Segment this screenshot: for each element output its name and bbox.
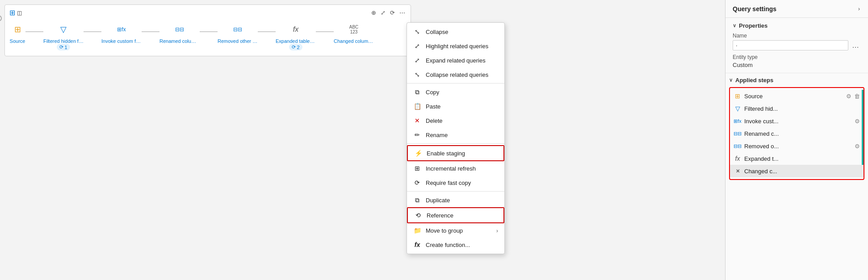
collapse-related-icon: ⤡ — [413, 71, 421, 79]
removed-gear-icon[interactable]: ⚙ — [855, 143, 860, 150]
applied-filtered-label: Filtered hid... — [744, 105, 860, 112]
reference-icon: ⟲ — [414, 211, 422, 219]
step-renamed-label: Renamed columns — [159, 38, 200, 44]
entity-type-label: Entity type — [733, 54, 861, 60]
menu-collapse-related[interactable]: ⤡ Collapse related queries — [407, 67, 504, 82]
fast-copy-label: Require fast copy — [426, 180, 471, 186]
applied-step-expanded[interactable]: fx Expanded t... — [730, 152, 864, 165]
separator-2 — [407, 143, 504, 144]
name-input[interactable] — [733, 40, 848, 50]
renamed-side-bar — [862, 127, 864, 140]
filtered-side-bar — [862, 102, 864, 115]
panel-header: Query settings › — [725, 0, 868, 18]
menu-paste[interactable]: 📋 Paste — [407, 99, 504, 113]
applied-invoke-icon: ⊞fx — [734, 117, 742, 125]
highlight-icon: ⤢ — [413, 42, 421, 50]
menu-create-function[interactable]: fx Create function... — [407, 238, 504, 252]
source-side-bar — [862, 90, 864, 102]
step-expanded-label: Expanded table c... — [276, 38, 316, 44]
applied-removed-label: Removed o... — [744, 143, 852, 150]
panel-title: Query settings — [733, 5, 776, 13]
menu-copy[interactable]: ⧉ Copy — [407, 85, 504, 99]
duplicate-icon: ⧉ — [413, 196, 421, 204]
query-card-icons: ⊕ ⤢ ⟳ ⋯ — [370, 8, 406, 17]
menu-incremental-refresh[interactable]: ⊞ Incremental refresh — [407, 161, 504, 176]
table-icon: ⊞ — [9, 8, 15, 17]
menu-move-to-group[interactable]: 📁 Move to group › — [407, 223, 504, 238]
removed-side-bar — [862, 140, 864, 152]
expand-icon[interactable]: ⤢ — [380, 8, 386, 17]
source-gear-icon[interactable]: ⚙ — [846, 93, 851, 100]
step-invoke-label: Invoke custom fu... — [101, 38, 142, 44]
menu-highlight-related[interactable]: ⤢ Highlight related queries — [407, 39, 504, 53]
paste-label: Paste — [426, 103, 440, 110]
menu-duplicate[interactable]: ⧉ Duplicate — [407, 193, 504, 207]
move-to-group-label: Move to group — [426, 227, 463, 234]
properties-chevron[interactable]: ∨ — [733, 23, 736, 29]
name-ellipsis-button[interactable]: … — [850, 41, 861, 50]
step-invoke[interactable]: ⊞fx Invoke custom fu... — [101, 21, 142, 44]
query-card-header: ⊞ ◫ ⊕ ⤢ ⟳ ⋯ — [9, 8, 406, 17]
applied-step-renamed[interactable]: ⊟⊟ Renamed c... — [730, 127, 864, 140]
step-source-icon: ⊞ — [9, 21, 25, 38]
applied-steps-section: ∨ Applied steps ⊞ Source ⚙ 🗑 ▽ Filtered … — [725, 73, 868, 280]
applied-step-source[interactable]: ⊞ Source ⚙ 🗑 — [730, 90, 864, 102]
menu-require-fast-copy[interactable]: ⟳ Require fast copy — [407, 176, 504, 190]
applied-step-invoke[interactable]: ⊞fx Invoke cust... ⚙ — [730, 115, 864, 127]
applied-changed-label: Changed c... — [744, 168, 860, 175]
applied-renamed-label: Renamed c... — [744, 130, 860, 137]
invoke-gear-icon[interactable]: ⚙ — [855, 118, 860, 125]
panel-expand-icon[interactable]: › — [857, 4, 861, 13]
incremental-label: Incremental refresh — [426, 165, 476, 172]
rename-label: Rename — [426, 132, 448, 138]
collapse-label: Collapse — [426, 29, 449, 35]
applied-invoke-label: Invoke cust... — [744, 118, 852, 125]
refresh-icon[interactable]: ⟳ — [389, 8, 396, 17]
delete-label: Delete — [426, 117, 443, 124]
menu-delete[interactable]: ✕ Delete — [407, 113, 504, 128]
step-expanded-icon: fx — [288, 21, 304, 38]
fast-copy-icon: ⟳ — [413, 179, 421, 187]
step-changed[interactable]: ABC123 Changed column... — [334, 21, 374, 44]
applied-expanded-label: Expanded t... — [744, 155, 860, 162]
source-delete-icon[interactable]: 🗑 — [854, 93, 860, 100]
move-to-group-icon: 📁 — [413, 226, 421, 234]
step-changed-icon: ABC123 — [346, 21, 362, 38]
menu-reference[interactable]: ⟲ Reference — [407, 207, 504, 223]
connector-5 — [258, 31, 276, 32]
collapse-icon: ⤡ — [413, 28, 421, 36]
applied-removed-icon: ⊟⊟ — [734, 142, 742, 150]
duplicate-label: Duplicate — [426, 197, 450, 204]
menu-expand-related[interactable]: ⤢ Expand related queries — [407, 53, 504, 67]
applied-steps-header: ∨ Applied steps — [729, 77, 864, 84]
applied-steps-label: Applied steps — [735, 77, 773, 84]
name-field-label: Name — [733, 33, 861, 39]
menu-enable-staging[interactable]: ⚡ Enable staging — [407, 145, 504, 161]
entity-type-value: Custom — [733, 62, 861, 68]
step-expanded[interactable]: fx Expanded table c... ⟳ 2 — [276, 21, 316, 50]
menu-rename[interactable]: ✏ Rename — [407, 128, 504, 142]
applied-renamed-icon: ⊟⊟ — [734, 130, 742, 138]
step-source-label: Source — [10, 38, 25, 44]
create-fn-icon: fx — [413, 241, 421, 249]
applied-step-filtered[interactable]: ▽ Filtered hid... — [730, 102, 864, 115]
step-changed-label: Changed column... — [334, 38, 374, 44]
share-icon[interactable]: ⊕ — [370, 8, 377, 17]
step-source[interactable]: ⊞ Source — [9, 21, 25, 44]
applied-step-removed[interactable]: ⊟⊟ Removed o... ⚙ — [730, 140, 864, 152]
step-renamed[interactable]: ⊟⊟ Renamed columns — [159, 21, 200, 44]
main-canvas: ⊞ ◫ ⊕ ⤢ ⟳ ⋯ ⊞ Source ▽ Filtered hidden f… — [0, 0, 725, 280]
step-filtered[interactable]: ▽ Filtered hidden fi... ⟳ 1 — [43, 21, 84, 50]
step-removed[interactable]: ⊟⊟ Removed other c... — [218, 21, 258, 44]
step-invoke-icon: ⊞fx — [113, 21, 130, 38]
highlight-label: Highlight related queries — [426, 43, 488, 50]
delete-icon: ✕ — [413, 117, 421, 125]
applied-source-label: Source — [744, 93, 843, 100]
applied-steps-chevron[interactable]: ∨ — [729, 77, 733, 83]
menu-collapse[interactable]: ⤡ Collapse — [407, 25, 504, 39]
invoke-side-bar — [862, 115, 864, 127]
expand-related-icon: ⤢ — [413, 56, 421, 64]
more-icon[interactable]: ⋯ — [398, 8, 406, 17]
applied-source-icon: ⊞ — [734, 92, 742, 100]
applied-step-changed[interactable]: ✕ Changed c... — [730, 165, 864, 177]
